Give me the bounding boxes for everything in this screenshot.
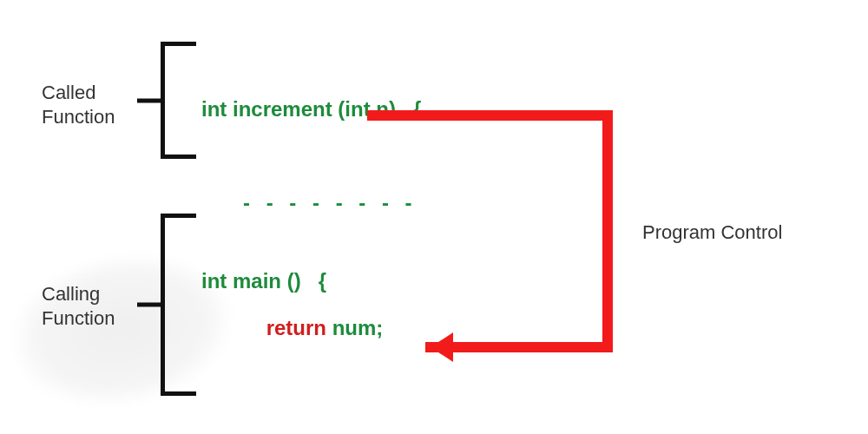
bracket-called xyxy=(161,42,165,159)
label-program-control: Program Control xyxy=(642,221,782,244)
label-called-function: Called Function xyxy=(42,81,115,128)
code-called-signature: int increment (int n) { xyxy=(201,94,421,125)
code-calling-block: int main () { - - - - - - - - increment … xyxy=(201,203,418,434)
label-calling-function: Calling Function xyxy=(42,282,115,330)
bracket-calling xyxy=(161,214,165,396)
code-main-signature: int main () { xyxy=(201,266,418,297)
